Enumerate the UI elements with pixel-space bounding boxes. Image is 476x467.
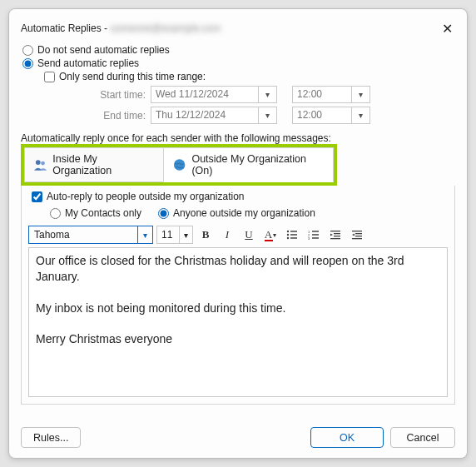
- numbered-list-button[interactable]: 1 2 3: [305, 226, 323, 244]
- time-range-grid: Start time: Wed 11/12/2024 ▾ 12:00 ▾ End…: [59, 86, 455, 124]
- autoreply-outside-label: Auto-reply to people outside my organiza…: [47, 191, 244, 202]
- svg-rect-20: [355, 233, 362, 234]
- svg-rect-8: [290, 237, 297, 239]
- svg-rect-17: [334, 236, 340, 236]
- svg-rect-15: [330, 231, 340, 231]
- dont-send-radio-row[interactable]: Do not send automatic replies: [22, 44, 455, 56]
- contacts-only-radio[interactable]: [50, 208, 61, 219]
- outdent-icon: [329, 228, 342, 241]
- svg-point-3: [287, 231, 289, 232]
- svg-point-1: [41, 161, 45, 166]
- dialog-title: Automatic Replies - someone@example.com: [21, 22, 221, 34]
- cancel-button[interactable]: Cancel: [390, 427, 455, 448]
- tab-inside-label: Inside My Organization: [52, 153, 155, 176]
- format-toolbar: Tahoma ▾ 11 ▾ B I U A▾: [28, 226, 448, 244]
- start-date-field[interactable]: Wed 11/12/2024: [151, 86, 259, 103]
- tab-outside-label: Outside My Organization (On): [191, 153, 325, 176]
- indent-button[interactable]: [348, 226, 366, 244]
- end-date-dropdown-icon[interactable]: ▾: [259, 107, 277, 124]
- font-size-value: 11: [157, 229, 179, 241]
- svg-point-2: [174, 159, 185, 170]
- time-range-checkbox[interactable]: [44, 72, 55, 82]
- start-time-dropdown-icon[interactable]: ▾: [352, 86, 370, 103]
- svg-rect-18: [330, 238, 340, 239]
- end-time-field[interactable]: 12:00: [292, 107, 352, 124]
- svg-rect-11: [312, 237, 319, 239]
- font-name-value: Tahoma: [29, 229, 137, 241]
- end-time-dropdown-icon[interactable]: ▾: [352, 107, 370, 124]
- svg-rect-16: [334, 233, 340, 234]
- tabs-highlight: Inside My Organization Outside My Organi…: [21, 144, 337, 186]
- svg-rect-9: [312, 231, 319, 232]
- svg-rect-21: [355, 236, 362, 236]
- send-radio-row[interactable]: Send automatic replies: [22, 57, 455, 69]
- bullet-list-icon: [285, 228, 299, 241]
- close-icon[interactable]: ✕: [439, 21, 455, 37]
- start-time-field[interactable]: 12:00: [292, 86, 352, 103]
- cancel-button-label: Cancel: [407, 432, 439, 444]
- outside-scope-radios: My Contacts only Anyone outside my organ…: [48, 206, 448, 221]
- automatic-replies-dialog: Automatic Replies - someone@example.com …: [8, 8, 468, 459]
- indent-icon: [350, 228, 364, 241]
- end-time-label: End time:: [59, 110, 151, 122]
- italic-button[interactable]: I: [218, 226, 236, 244]
- svg-point-7: [287, 237, 289, 239]
- svg-rect-22: [352, 238, 362, 239]
- title-prefix: Automatic Replies -: [21, 22, 110, 34]
- message-editor[interactable]: Our office is closed for the Christmas h…: [28, 247, 448, 397]
- autoreply-outside-checkbox[interactable]: [32, 191, 42, 202]
- contacts-only-label: My Contacts only: [65, 207, 141, 219]
- bold-button[interactable]: B: [196, 226, 215, 244]
- outside-panel: Auto-reply to people outside my organiza…: [21, 186, 455, 405]
- autoreply-outside-check-row[interactable]: Auto-reply to people outside my organiza…: [32, 191, 448, 202]
- dialog-footer: Rules... OK Cancel: [21, 427, 455, 448]
- ok-button[interactable]: OK: [310, 427, 384, 448]
- tab-outside-organization[interactable]: Outside My Organization (On): [163, 147, 334, 182]
- title-account: someone@example.com: [110, 22, 221, 34]
- svg-rect-10: [312, 234, 319, 236]
- end-date-field[interactable]: Thu 12/12/2024: [151, 107, 259, 124]
- titlebar: Automatic Replies - someone@example.com …: [21, 19, 455, 37]
- chevron-down-icon[interactable]: ▾: [137, 226, 152, 243]
- tab-strip: Inside My Organization Outside My Organi…: [24, 147, 334, 182]
- rules-button-label: Rules...: [33, 432, 68, 444]
- time-range-check-row[interactable]: Only send during this time range:: [44, 71, 455, 82]
- svg-rect-19: [352, 231, 362, 231]
- bullet-list-button[interactable]: [283, 226, 301, 244]
- tab-inside-organization[interactable]: Inside My Organization: [24, 147, 163, 182]
- font-size-select[interactable]: 11 ▾: [156, 226, 193, 244]
- anyone-row[interactable]: Anyone outside my organization: [158, 207, 315, 219]
- dont-send-label: Do not send automatic replies: [37, 44, 170, 56]
- svg-text:3: 3: [308, 236, 310, 241]
- rules-button[interactable]: Rules...: [21, 427, 81, 448]
- outdent-button[interactable]: [326, 226, 345, 244]
- underline-button[interactable]: U: [240, 226, 258, 244]
- font-name-select[interactable]: Tahoma ▾: [28, 226, 153, 244]
- start-date-dropdown-icon[interactable]: ▾: [259, 86, 277, 103]
- globe-icon: [172, 157, 186, 172]
- contacts-only-row[interactable]: My Contacts only: [50, 207, 141, 219]
- numbered-list-icon: 1 2 3: [307, 228, 320, 241]
- chevron-down-icon[interactable]: ▾: [179, 226, 192, 243]
- dont-send-radio[interactable]: [22, 45, 33, 56]
- svg-point-5: [287, 234, 289, 236]
- people-icon: [33, 157, 47, 172]
- send-radio[interactable]: [22, 58, 33, 69]
- ok-button-label: OK: [340, 432, 355, 444]
- start-time-label: Start time:: [59, 89, 151, 101]
- svg-rect-4: [290, 231, 297, 232]
- time-range-label: Only send during this time range:: [59, 71, 206, 82]
- send-label: Send automatic replies: [37, 57, 139, 69]
- anyone-radio[interactable]: [158, 208, 169, 219]
- anyone-label: Anyone outside my organization: [173, 207, 315, 219]
- font-color-button[interactable]: A▾: [261, 226, 280, 244]
- section-label: Automatically reply once for each sender…: [21, 132, 455, 144]
- chevron-down-icon: ▾: [273, 231, 276, 239]
- svg-rect-6: [290, 234, 297, 236]
- svg-point-0: [36, 160, 41, 165]
